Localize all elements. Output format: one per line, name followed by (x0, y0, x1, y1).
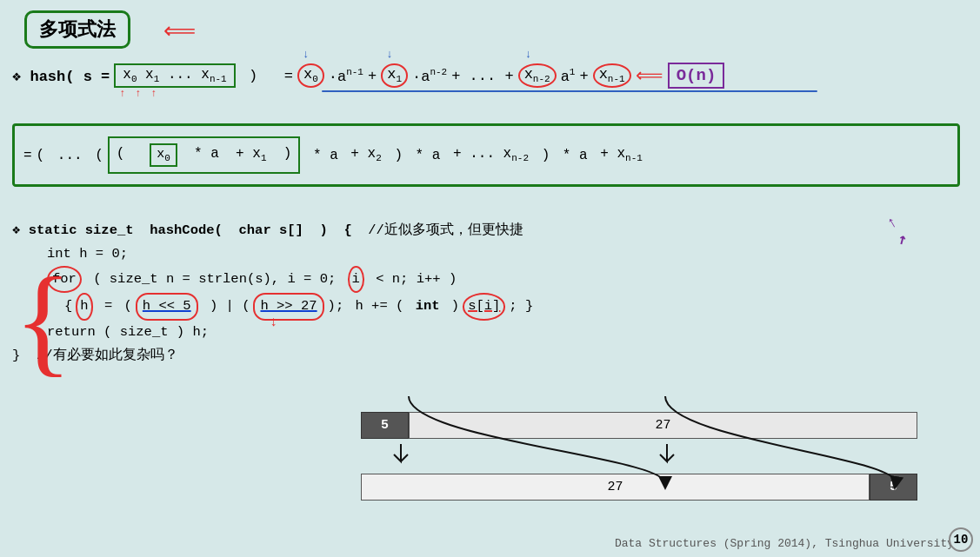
footer-text: Data Structures (Spring 2014), Tsinghua … (615, 537, 954, 550)
down-arrow-strlen: ↓ (270, 315, 278, 330)
h-right-shift-box: h >> 27 (253, 293, 323, 320)
close-paren3: ) (275, 146, 291, 162)
times-a1: * a (304, 148, 346, 163)
plus3: + (579, 68, 588, 84)
x0-inner-box: x0 (150, 143, 177, 167)
close-paren5: ) (533, 148, 558, 163)
h-circle: h (76, 293, 92, 320)
close-paren-hr: ); (328, 295, 352, 318)
xn1-circle: xn-1 (593, 63, 631, 87)
open-paren3: ( (117, 146, 125, 162)
code-line3b: < n; i++ ) (368, 268, 457, 291)
star-a: * a (186, 146, 219, 162)
code-line6: } //有必要如此复杂吗？ (12, 344, 621, 368)
on-arrow: ⟸ (636, 64, 663, 88)
code-line3: for ( size_t n = strlen(s), i = 0; i < n… (47, 266, 621, 293)
open-paren1: ( (37, 148, 45, 163)
plus-x2: + x2 (350, 146, 381, 163)
cast-paren: ) (443, 295, 460, 318)
dot-a: ·an-1 (329, 67, 363, 85)
plus-dots-xn2: + ... xn-2 (453, 146, 529, 163)
times-a3: * a (563, 148, 596, 163)
code-line5: return ( size_t ) h; (47, 321, 621, 344)
page-number: 10 (949, 527, 973, 552)
title-text: 多项式法 (39, 20, 116, 42)
x1-circle: x1 (381, 63, 408, 87)
x-sequence-box: x0 x1 ... xn-1 ↑ ↑ ↑ (114, 63, 235, 88)
a1: a1 (561, 67, 576, 85)
si-circle: s[i] (463, 293, 505, 320)
open-paren-hl: ( (124, 295, 132, 318)
hash-label: ❖ hash( s = (12, 67, 110, 85)
on-box: O(n) (668, 63, 725, 89)
int-cast: int (416, 295, 440, 318)
hash-close: ) = (240, 68, 293, 84)
purple-curved-arrow: ↑↗ (883, 213, 910, 249)
close-paren4: ) (386, 148, 411, 163)
code-line1-text: ❖ static size_t hashCode( char s[] ) { /… (12, 219, 523, 242)
line4-close: ; } (509, 295, 533, 318)
code-section: ❖ static size_t hashCode( char s[] ) { /… (12, 219, 621, 368)
dots-inner: ... (49, 148, 90, 163)
h-plus-eq: h += ( (356, 295, 412, 318)
title-box: 多项式法 (24, 10, 130, 49)
eq-sign2: = (97, 295, 121, 318)
bit-arrows-svg (361, 388, 952, 509)
code-line3a: ( size_t n = strlen(s), i = 0; (85, 268, 344, 291)
open-paren2: ( (95, 148, 103, 163)
formula-row2-box: = ( ... ( ( x0 * a + x1 ) * a + x2 ) * a… (12, 123, 960, 187)
xn2-circle: xn-2 (518, 63, 557, 87)
h-left-shift-box: h << 5 (136, 293, 198, 320)
x0-circle: x0 (297, 63, 324, 87)
plus-xn1: + xn-1 (600, 146, 643, 163)
inner-box1: ( x0 * a + x1 ) (108, 136, 301, 174)
left-brace: { (14, 259, 72, 381)
i-circle: i (348, 266, 364, 293)
code-line2: int h = 0; (47, 242, 621, 266)
dot-a2: ·an-2 (412, 67, 447, 85)
plus2: + ... + (451, 68, 513, 84)
eq-sign: = (23, 148, 32, 163)
times-a2: * a (416, 148, 449, 163)
title-arrow: ⟸ (163, 17, 196, 45)
code-line1: ❖ static size_t hashCode( char s[] ) { /… (12, 219, 621, 242)
bit-or: ) | ( (202, 295, 250, 318)
plus1: + (368, 68, 377, 84)
code-line4: { h = ( h << 5 ) | ( h >> 27 ); h += ( i… (64, 293, 621, 320)
